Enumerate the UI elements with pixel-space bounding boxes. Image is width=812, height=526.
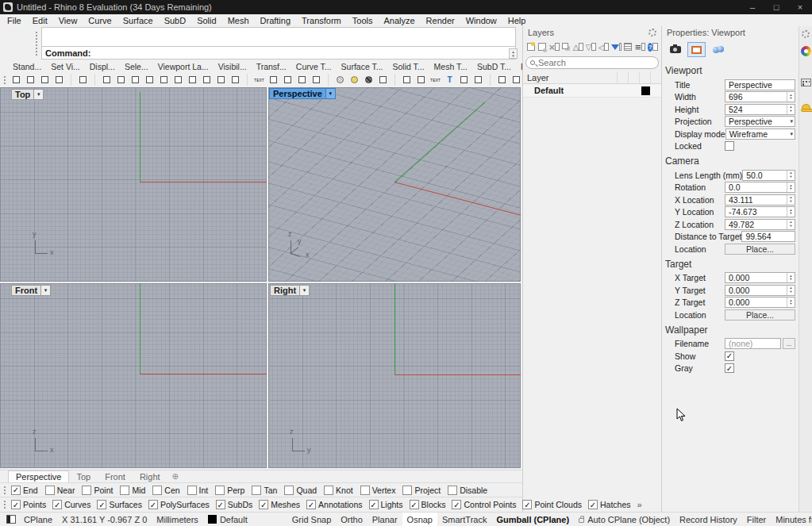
box-layout-icon[interactable] xyxy=(52,73,66,86)
command-drag-handle-icon[interactable] xyxy=(35,31,38,56)
curve-dim-icon[interactable] xyxy=(229,73,242,86)
filter-blocks[interactable] xyxy=(410,500,419,509)
close-button[interactable]: × xyxy=(788,0,812,14)
menu-item[interactable]: Transform xyxy=(296,14,347,26)
y-target-field[interactable]: 0.000▴▾ xyxy=(725,285,795,296)
hatch-base-icon[interactable] xyxy=(376,73,390,86)
rectangle-page-icon[interactable] xyxy=(38,73,52,86)
named-values-tab-icon[interactable] xyxy=(801,79,811,86)
filter-drag-handle-icon[interactable] xyxy=(3,500,6,509)
rectangle-icon[interactable] xyxy=(24,73,37,86)
osnap-quad[interactable] xyxy=(284,486,294,495)
command-history-spinner[interactable]: ▴▾ xyxy=(509,48,518,59)
annotation-rotate-icon[interactable] xyxy=(457,73,471,86)
dim-horizontal-icon[interactable] xyxy=(100,73,114,86)
menu-item[interactable]: SubD xyxy=(159,14,192,26)
osnap-point[interactable] xyxy=(82,486,91,495)
toolbar-tab[interactable]: Sele... xyxy=(120,61,153,72)
cplane-pane[interactable]: CPlane xyxy=(19,513,57,526)
spinner-arrows-icon[interactable]: ▴▾ xyxy=(787,207,795,217)
viewport-tab[interactable]: Right xyxy=(133,471,167,482)
menu-item[interactable]: File xyxy=(2,14,27,26)
viewport-menu-arrow-icon[interactable]: ▾ xyxy=(41,285,51,296)
rectangle-layout-icon[interactable] xyxy=(10,73,23,86)
viewport-title-field[interactable]: Perspective xyxy=(725,79,795,90)
lens-length-field[interactable]: 50.0▴▾ xyxy=(742,170,795,181)
osnap-cen[interactable] xyxy=(152,486,162,495)
projection-select[interactable]: Perspective▾ xyxy=(725,116,795,127)
spinner-arrows-icon[interactable]: ▴▾ xyxy=(787,195,795,205)
gumball-toggle[interactable]: Gumball (CPlane) xyxy=(491,513,574,526)
menu-item[interactable]: Solid xyxy=(191,14,221,26)
spinner-arrows-icon[interactable]: ▴▾ xyxy=(787,105,795,114)
layers-gear-icon[interactable] xyxy=(648,29,656,36)
notifications-bell-icon[interactable] xyxy=(802,104,810,111)
render-tab-icon[interactable] xyxy=(801,46,811,56)
osnap-toggle[interactable]: Osnap xyxy=(402,513,437,526)
radius-dim-icon[interactable] xyxy=(200,73,214,86)
collapse-icon[interactable] xyxy=(598,42,609,52)
properties-gear-icon[interactable] xyxy=(802,30,810,38)
toolbar-tab[interactable]: Surface T... xyxy=(337,61,388,72)
table-icon[interactable] xyxy=(495,73,509,86)
move-down-icon[interactable] xyxy=(586,42,596,52)
layer-color-swatch[interactable] xyxy=(641,86,650,95)
osnap-end[interactable] xyxy=(11,486,21,495)
filter-meshes[interactable] xyxy=(259,500,268,509)
menu-item[interactable]: Render xyxy=(421,14,460,26)
spinner-arrows-icon[interactable]: ▴▾ xyxy=(787,298,795,307)
move-up-icon[interactable] xyxy=(573,42,583,52)
layer-filter-icon[interactable] xyxy=(611,42,622,52)
z-target-field[interactable]: 0.000▴▾ xyxy=(725,297,795,308)
toolbar-tab[interactable]: Mesh T... xyxy=(429,61,472,72)
filter-toggle[interactable]: Filter xyxy=(742,513,771,526)
centermark-icon[interactable] xyxy=(295,73,309,86)
osnap-disable[interactable] xyxy=(448,486,457,495)
angle-dim-icon[interactable] xyxy=(186,73,199,86)
filter-point-clouds[interactable] xyxy=(522,500,532,509)
z-location-field[interactable]: 49.782▴▾ xyxy=(725,219,795,230)
ordinate-dim-icon[interactable] xyxy=(267,73,280,86)
filter-annotations[interactable] xyxy=(306,500,316,509)
viewport-menu-arrow-icon[interactable]: ▾ xyxy=(326,88,336,99)
viewport-tab-icon[interactable] xyxy=(687,42,706,57)
viewport-menu-arrow-icon[interactable]: ▾ xyxy=(34,89,44,100)
spinner-arrows-icon[interactable]: ▴▾ xyxy=(787,273,795,282)
filter-overflow-icon[interactable]: » xyxy=(637,500,642,509)
panel-toggle-icon[interactable] xyxy=(6,515,16,524)
menu-item[interactable]: Mesh xyxy=(222,14,255,26)
viewport-menu-arrow-icon[interactable]: ▾ xyxy=(300,285,310,296)
viewport-front-label[interactable]: Front ▾ xyxy=(11,285,51,296)
filter-surfaces[interactable] xyxy=(97,500,106,509)
new-viewport-tab-icon[interactable]: ⊕ xyxy=(172,472,179,481)
viewport-right-label[interactable]: Right ▾ xyxy=(270,285,310,296)
layer-row[interactable]: Default xyxy=(523,84,661,98)
toolbar-tab[interactable]: SubD T... xyxy=(472,61,516,72)
toolbar-tab[interactable]: Solid T... xyxy=(387,61,429,72)
y-location-field[interactable]: -74.673▴▾ xyxy=(725,206,795,217)
osnap-project[interactable] xyxy=(402,486,412,495)
hatch-icon[interactable] xyxy=(333,73,347,86)
menu-item[interactable]: Surface xyxy=(117,14,159,26)
osnap-vertex[interactable] xyxy=(360,486,370,495)
ortho-toggle[interactable]: Ortho xyxy=(336,513,368,526)
minimize-button[interactable]: – xyxy=(741,0,764,14)
filter-points[interactable] xyxy=(11,500,21,509)
autosave-status[interactable]: Minutes from last save: ( xyxy=(771,513,812,526)
osnap-mid[interactable] xyxy=(120,486,129,495)
viewport-front[interactable]: Front ▾ zx xyxy=(0,283,267,468)
menu-item[interactable]: Drafting xyxy=(255,14,297,26)
hatch-dark-icon[interactable] xyxy=(362,73,375,86)
arrow-right-icon[interactable] xyxy=(171,73,185,86)
toolbar-tab[interactable]: Transf... xyxy=(252,61,291,72)
osnap-near[interactable] xyxy=(45,486,55,495)
filename-field[interactable] xyxy=(725,338,781,349)
filter-polysurfaces[interactable] xyxy=(148,500,158,509)
rotation-field[interactable]: 0.0▴▾ xyxy=(725,182,795,193)
annotate-edit-icon[interactable] xyxy=(400,73,414,86)
text-edit-icon[interactable] xyxy=(429,73,442,86)
units-pane[interactable]: Millimeters xyxy=(152,513,203,526)
dim-recenter-icon[interactable] xyxy=(310,73,323,86)
height-field[interactable]: 524▴▾ xyxy=(725,104,795,115)
distance-to-target-field[interactable]: 99.564 xyxy=(741,231,795,242)
